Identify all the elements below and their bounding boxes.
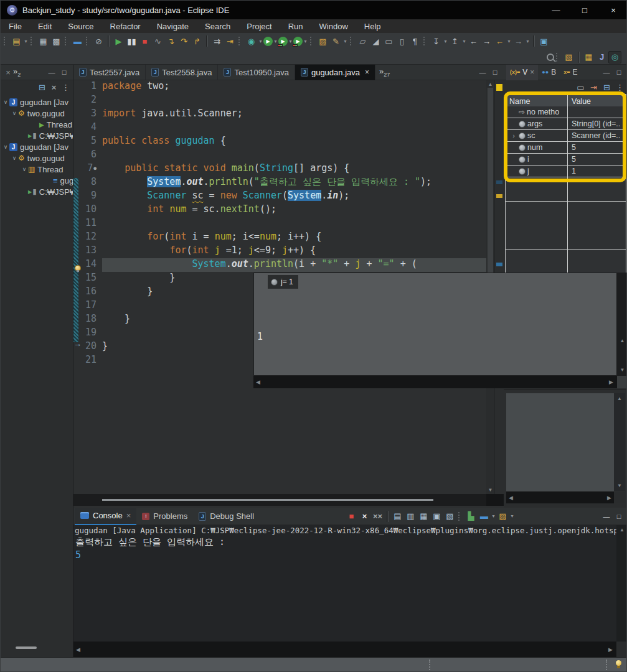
toolbar-handle[interactable] xyxy=(458,512,463,521)
tab-test2557-java[interactable]: JTest2557.java xyxy=(73,65,146,80)
dropdown-arrow-icon[interactable]: ▾ xyxy=(525,39,530,44)
close-icon[interactable]: × xyxy=(126,511,131,520)
drop-to-frame-icon[interactable]: ⇥ xyxy=(224,35,237,47)
console-hscrollbar[interactable]: ◀ ▶ xyxy=(73,642,616,657)
pause-icon[interactable]: ▮▮ xyxy=(125,35,138,47)
maximize-button[interactable]: □ xyxy=(570,1,599,19)
view-overflow-indicator[interactable]: »2 xyxy=(13,67,21,78)
scroll-right-icon[interactable]: ▶ xyxy=(608,642,613,657)
console-monitor-icon[interactable]: ▬ xyxy=(71,35,84,47)
variable-row[interactable]: ⇨no metho xyxy=(506,106,567,118)
variable-value[interactable]: 5 xyxy=(568,142,626,153)
add-import-icon[interactable]: ↧ xyxy=(430,35,443,47)
minimize-view-icon[interactable]: — xyxy=(600,68,613,76)
debug-icon[interactable]: ▶ xyxy=(278,37,288,46)
toolbar-handle[interactable] xyxy=(86,37,90,45)
minimize-button[interactable]: — xyxy=(542,1,570,19)
editor-hscrollbar[interactable] xyxy=(73,494,486,506)
pin-console-icon[interactable]: ▣ xyxy=(430,510,443,523)
mark-occurrences-icon[interactable]: ◢ xyxy=(369,35,382,47)
scroll-left-icon[interactable]: ◀ xyxy=(509,492,513,503)
dropdown-arrow-icon[interactable]: ▾ xyxy=(342,39,348,44)
terminate-icon[interactable]: ■ xyxy=(138,35,151,47)
editor-hscroll-thumb[interactable] xyxy=(102,499,433,501)
menu-project[interactable]: Project xyxy=(238,22,280,31)
terminate-icon[interactable]: ■ xyxy=(345,510,358,523)
chevron-down-icon[interactable]: ∨ xyxy=(2,99,9,105)
dropdown-arrow-icon[interactable]: ▾ xyxy=(273,39,278,44)
minimize-view-icon[interactable]: — xyxy=(600,513,613,520)
dropdown-arrow-icon[interactable]: ▾ xyxy=(509,513,515,519)
perspective-javaee-icon[interactable]: ▦ xyxy=(582,51,595,63)
variable-value[interactable]: Scanner (id=.. xyxy=(568,130,626,141)
toolbar-handle[interactable] xyxy=(423,37,428,45)
dropdown-arrow-icon[interactable]: ▾ xyxy=(258,39,263,44)
breakpoint-icon[interactable] xyxy=(75,265,81,271)
debug-panel-hscroll-thumb[interactable] xyxy=(16,646,37,649)
scroll-up-icon[interactable]: ▲ xyxy=(616,527,627,533)
back-icon[interactable]: ← xyxy=(467,35,480,47)
scroll-down-icon[interactable]: ▼ xyxy=(486,487,494,493)
menu-edit[interactable]: Edit xyxy=(30,22,60,31)
maximize-view-icon[interactable]: □ xyxy=(489,68,501,76)
remove-terminated-icon[interactable]: × xyxy=(48,81,60,93)
popup-hscrollbar[interactable]: ◀ ▶ xyxy=(253,376,617,388)
detail-pane-hscrollbar[interactable]: ◀ ▶ xyxy=(506,492,614,503)
save-all-icon[interactable]: ▩ xyxy=(50,35,63,47)
view-menu-icon[interactable]: ⋮ xyxy=(613,81,626,93)
word-wrap-icon[interactable]: ▦ xyxy=(417,510,430,523)
ruler-mark[interactable] xyxy=(496,263,502,266)
pin-editor-icon[interactable]: ▣ xyxy=(537,35,550,47)
watch-icon[interactable]: ⇥ xyxy=(587,81,600,93)
menu-file[interactable]: File xyxy=(1,22,30,31)
scroll-up-icon[interactable]: ▲ xyxy=(614,396,625,401)
remove-launch-icon[interactable]: × xyxy=(358,510,371,523)
maximize-view-icon[interactable]: □ xyxy=(613,68,625,76)
ruler-mark[interactable] xyxy=(496,84,502,91)
menu-refactor[interactable]: Refactor xyxy=(102,22,149,31)
toolbar-handle[interactable] xyxy=(31,37,35,45)
open-type-icon[interactable]: ▨ xyxy=(316,35,329,47)
close-button[interactable]: × xyxy=(599,1,627,19)
dropdown-arrow-icon[interactable]: ▾ xyxy=(443,39,448,44)
chevron-down-icon[interactable]: ∨ xyxy=(11,110,18,116)
open-perspective-icon[interactable]: ▧ xyxy=(562,51,575,63)
variable-row[interactable]: i xyxy=(506,154,567,165)
scroll-down-icon[interactable]: ▼ xyxy=(617,367,627,373)
ruler-mark[interactable] xyxy=(496,194,502,198)
view-menu-icon[interactable]: ⋮ xyxy=(60,81,72,93)
console-content[interactable]: gugudan [Java Application] C:₩JSP₩eclips… xyxy=(73,525,616,642)
profile-icon[interactable]: ▶ xyxy=(293,37,303,46)
menu-window[interactable]: Window xyxy=(311,22,356,31)
remove-all-launches-icon[interactable]: ×× xyxy=(371,510,384,523)
search-icon[interactable] xyxy=(547,54,554,61)
forward-history-icon[interactable]: → xyxy=(512,35,525,47)
snippet-icon[interactable]: ▱ xyxy=(356,35,369,47)
scroll-right-icon[interactable]: ▶ xyxy=(609,376,613,388)
tab-variables[interactable]: (x)=V× xyxy=(506,65,538,80)
step-return-icon[interactable]: ↱ xyxy=(191,35,204,47)
scroll-up-icon[interactable]: ▲ xyxy=(617,338,627,343)
close-view-icon[interactable]: × xyxy=(3,68,13,77)
show-type-names-icon[interactable]: ▭ xyxy=(574,81,587,93)
open-console-icon[interactable]: ▨ xyxy=(496,510,509,523)
minimize-view-icon[interactable]: — xyxy=(45,68,58,76)
skip-breakpoints-icon[interactable]: ⊘ xyxy=(92,35,105,47)
resume-icon[interactable]: ▶ xyxy=(112,35,125,47)
scroll-left-icon[interactable]: ◀ xyxy=(256,376,260,388)
dropdown-arrow-icon[interactable]: ▾ xyxy=(303,39,308,44)
clear-console-icon[interactable]: ▤ xyxy=(391,510,404,523)
tree-item[interactable]: ∨⚙two.gugud xyxy=(1,108,73,119)
coverage-icon[interactable]: ◉ xyxy=(245,35,258,47)
tab-overflow-indicator[interactable]: »27 xyxy=(379,67,390,78)
scroll-up-icon[interactable]: ▲ xyxy=(486,82,494,87)
variable-value[interactable]: 5 xyxy=(568,154,626,165)
close-icon[interactable]: × xyxy=(365,68,369,77)
variable-row[interactable]: ›sc xyxy=(506,130,567,141)
dropdown-arrow-icon[interactable]: ▾ xyxy=(288,39,293,44)
tab-problems[interactable]: !Problems xyxy=(136,508,193,525)
dropdown-arrow-icon[interactable]: ▾ xyxy=(506,39,512,44)
toolbar-handle[interactable] xyxy=(310,37,314,45)
variable-row[interactable]: j xyxy=(506,166,567,177)
tree-item[interactable]: ▶Thread xyxy=(1,119,73,130)
